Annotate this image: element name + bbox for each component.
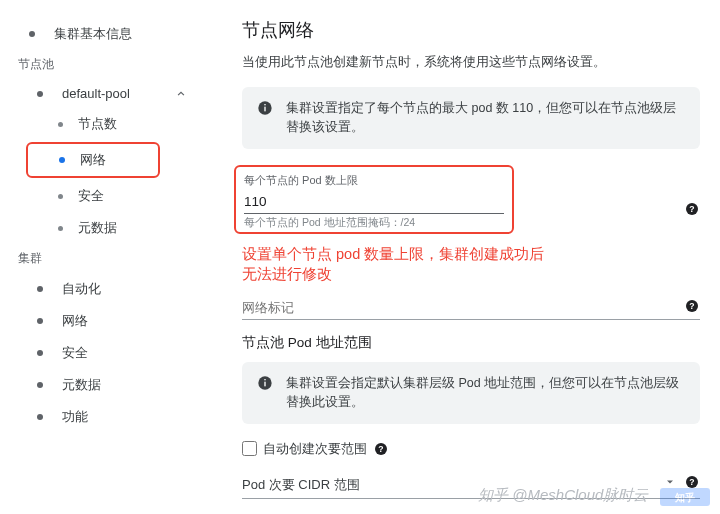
page-description: 当使用此节点池创建新节点时，系统将使用这些节点网络设置。 xyxy=(242,54,700,71)
info-icon xyxy=(256,99,274,117)
label: 元数据 xyxy=(78,219,200,237)
label: 节点数 xyxy=(78,115,200,133)
bullet-icon xyxy=(56,194,64,199)
chevron-up-icon[interactable] xyxy=(174,87,188,101)
help-icon[interactable]: ? xyxy=(684,201,700,217)
svg-rect-19 xyxy=(264,382,265,387)
svg-rect-13 xyxy=(264,104,265,105)
sidebar-item-cluster-security[interactable]: 安全 xyxy=(0,337,210,369)
sidebar-item-node-count[interactable]: 节点数 xyxy=(0,108,210,140)
svg-text:?: ? xyxy=(378,444,383,454)
label: 安全 xyxy=(78,187,200,205)
svg-point-0 xyxy=(29,31,35,37)
label: 安全 xyxy=(62,344,200,362)
main-content: 节点网络 当使用此节点池创建新节点时，系统将使用这些节点网络设置。 集群设置指定… xyxy=(210,0,720,514)
svg-text:?: ? xyxy=(689,301,694,311)
svg-point-4 xyxy=(58,194,63,199)
notice-text: 集群设置会指定默认集群层级 Pod 地址范围，但您可以在节点池层级替换此设置。 xyxy=(286,374,686,412)
bullet-icon xyxy=(36,350,44,356)
label: 自动化 xyxy=(62,280,200,298)
svg-point-7 xyxy=(37,318,43,324)
auto-create-label: 自动创建次要范围 xyxy=(263,440,367,458)
info-icon xyxy=(256,374,274,392)
network-tag-input[interactable] xyxy=(242,294,700,320)
sidebar-item-network[interactable]: 网络 xyxy=(26,142,160,178)
zhihu-logo-icon: 知乎 xyxy=(660,486,710,508)
page-title: 节点网络 xyxy=(242,18,700,42)
pod-limit-input[interactable] xyxy=(244,192,504,214)
bullet-icon xyxy=(58,157,66,163)
sidebar: 集群基本信息 节点池 default-pool 节点数 网络 xyxy=(0,0,210,514)
pod-limit-callout: 每个节点的 Pod 数上限 每个节点的 Pod 地址范围掩码：/24 xyxy=(234,165,514,234)
label: 集群基本信息 xyxy=(54,25,200,43)
svg-rect-12 xyxy=(264,107,265,112)
sidebar-item-feature[interactable]: 功能 xyxy=(0,401,210,433)
auto-create-checkbox[interactable] xyxy=(242,441,257,456)
bullet-icon xyxy=(36,318,44,324)
help-icon[interactable]: ? xyxy=(373,441,389,457)
sidebar-item-security[interactable]: 安全 xyxy=(0,180,210,212)
bullet-icon xyxy=(36,286,44,292)
pod-limit-label: 每个节点的 Pod 数上限 xyxy=(244,173,504,188)
sidebar-item-cluster-metadata[interactable]: 元数据 xyxy=(0,369,210,401)
label: 功能 xyxy=(62,408,200,426)
notice-text: 集群设置指定了每个节点的最大 pod 数 110，但您可以在节点池级层替换该设置… xyxy=(286,99,686,137)
svg-point-1 xyxy=(37,91,43,97)
sidebar-item-default-pool[interactable]: default-pool xyxy=(0,79,210,108)
watermark-text: 知乎 @MeshCloud脉时云 xyxy=(478,486,648,503)
sidebar-header-cluster: 集群 xyxy=(0,244,210,273)
network-tag-field: ? xyxy=(242,294,700,320)
notice-addr-range: 集群设置会指定默认集群层级 Pod 地址范围，但您可以在节点池层级替换此设置。 xyxy=(242,362,700,424)
svg-point-6 xyxy=(37,286,43,292)
sidebar-item-metadata[interactable]: 元数据 xyxy=(0,212,210,244)
label: 元数据 xyxy=(62,376,200,394)
auto-create-row: 自动创建次要范围 ? xyxy=(242,440,700,458)
pod-limit-field: 每个节点的 Pod 数上限 每个节点的 Pod 地址范围掩码：/24 ? xyxy=(242,165,700,234)
svg-point-3 xyxy=(59,157,65,163)
svg-point-5 xyxy=(58,226,63,231)
label: 网络 xyxy=(80,151,148,169)
bullet-icon xyxy=(56,226,64,231)
svg-point-8 xyxy=(37,350,43,356)
svg-rect-20 xyxy=(264,379,265,380)
pod-limit-help: 每个节点的 Pod 地址范围掩码：/24 xyxy=(244,216,504,230)
app: 集群基本信息 节点池 default-pool 节点数 网络 xyxy=(0,0,720,514)
bullet-icon xyxy=(56,122,64,127)
svg-point-10 xyxy=(37,414,43,420)
sidebar-item-cluster-network[interactable]: 网络 xyxy=(0,305,210,337)
svg-text:?: ? xyxy=(689,204,694,214)
svg-point-2 xyxy=(58,122,63,127)
sidebar-item-automation[interactable]: 自动化 xyxy=(0,273,210,305)
sidebar-header-nodepool: 节点池 xyxy=(0,50,210,79)
annotation-text: 设置单个节点 pod 数量上限，集群创建成功后 无法进行修改 xyxy=(242,244,700,285)
label: 网络 xyxy=(62,312,200,330)
help-icon[interactable]: ? xyxy=(684,298,700,314)
bullet-icon xyxy=(28,31,36,37)
sidebar-item-cluster-basic[interactable]: 集群基本信息 xyxy=(0,18,210,50)
addr-range-title: 节点池 Pod 地址范围 xyxy=(242,334,700,352)
svg-point-9 xyxy=(37,382,43,388)
label: default-pool xyxy=(62,86,174,101)
bullet-icon xyxy=(36,91,44,97)
cidr-select-label: Pod 次要 CIDR 范围 xyxy=(242,477,360,492)
svg-text:知乎: 知乎 xyxy=(674,492,695,503)
watermark: 知乎 @MeshCloud脉时云 知乎 xyxy=(450,486,710,508)
notice-pod-max: 集群设置指定了每个节点的最大 pod 数 110，但您可以在节点池级层替换该设置… xyxy=(242,87,700,149)
bullet-icon xyxy=(36,382,44,388)
bullet-icon xyxy=(36,414,44,420)
